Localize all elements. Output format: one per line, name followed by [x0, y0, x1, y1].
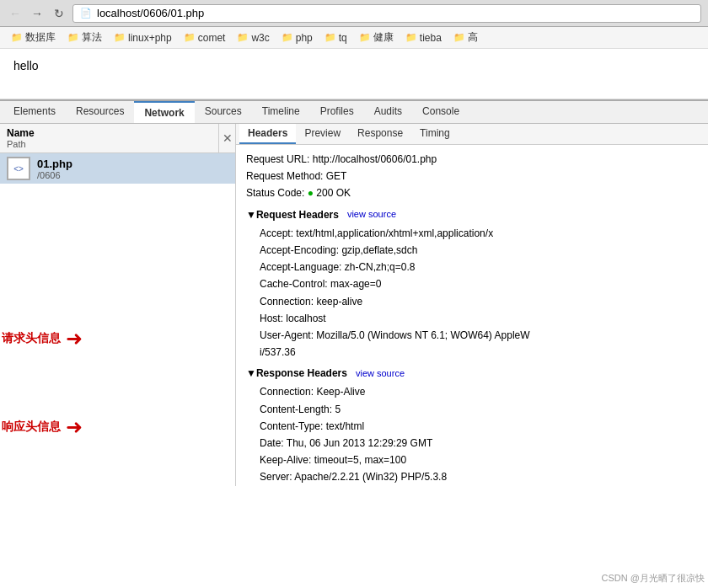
tab-resources[interactable]: Resources — [66, 101, 134, 123]
request-method-label: Request Method: — [246, 170, 323, 182]
right-tab-preview[interactable]: Preview — [296, 124, 349, 144]
bookmarks-bar: 📁 数据库 📁 算法 📁 linux+php 📁 comet 📁 w3c 📁 p… — [0, 27, 708, 49]
request-headers-lines: Accept: text/html,application/xhtml+xml,… — [246, 226, 698, 361]
request-header-cache-control: Cache-Control: max-age=0 — [260, 276, 698, 292]
folder-icon: 📁 — [11, 32, 23, 43]
request-header-ua-cont: i/537.36 — [260, 345, 698, 361]
response-header-server: Server: Apache/2.2.21 (Win32) PHP/5.3.8 — [260, 469, 698, 485]
forward-button[interactable]: → — [29, 5, 46, 22]
right-tab-bar: Headers Preview Response Timing — [236, 124, 708, 145]
folder-icon: 📁 — [405, 32, 417, 43]
right-tab-timing[interactable]: Timing — [411, 124, 459, 144]
bookmark-item[interactable]: 📁 tq — [320, 31, 351, 45]
response-headers-lines: Connection: Keep-Alive Content-Length: 5… — [246, 384, 698, 486]
request-annotation: 请求头信息 ➜ — [2, 329, 83, 349]
network-file-list: <> 01.php /0606 — [0, 153, 235, 320]
tab-profiles[interactable]: Profiles — [310, 101, 364, 123]
bookmark-item[interactable]: 📁 高 — [449, 29, 482, 45]
tab-sources[interactable]: Sources — [195, 101, 252, 123]
bookmark-item[interactable]: 📁 tieba — [401, 31, 446, 45]
browser-toolbar: ← → ↻ 📄 localhost/0606/01.php — [0, 0, 708, 27]
address-text: localhost/0606/01.php — [97, 7, 204, 19]
response-headers-section-title[interactable]: ▼Response Headers view source — [246, 366, 698, 382]
request-view-source-link[interactable]: view source — [347, 207, 396, 222]
bookmark-label: 高 — [468, 30, 478, 45]
response-arrow-icon: ➜ — [66, 417, 83, 437]
request-header-user-agent: User-Agent: Mozilla/5.0 (Windows NT 6.1;… — [260, 328, 698, 344]
request-headers-section-title[interactable]: ▼Request Headers view source — [246, 207, 698, 223]
folder-icon: 📁 — [359, 32, 371, 43]
bookmark-label: linux+php — [128, 32, 172, 44]
folder-icon: 📁 — [114, 32, 126, 43]
request-method-line: Request Method: GET — [246, 168, 698, 184]
right-tab-response[interactable]: Response — [349, 124, 411, 144]
page-text: hello — [13, 59, 39, 72]
file-name: 01.php — [37, 158, 72, 170]
bookmark-label: tieba — [420, 32, 442, 44]
response-view-source-link[interactable]: view source — [356, 366, 405, 382]
folder-icon: 📁 — [184, 32, 196, 43]
tab-network[interactable]: Network — [134, 101, 194, 123]
bookmark-item[interactable]: 📁 数据库 — [7, 29, 60, 45]
folder-icon: 📁 — [282, 32, 293, 43]
response-header-keep-alive: Keep-Alive: timeout=5, max=100 — [260, 452, 698, 468]
network-right-panel: Headers Preview Response Timing Request … — [236, 124, 708, 486]
folder-icon: 📁 — [453, 32, 465, 43]
response-header-connection: Connection: Keep-Alive — [260, 384, 698, 400]
request-header-connection: Connection: keep-alive — [260, 294, 698, 310]
right-tab-headers[interactable]: Headers — [239, 124, 296, 144]
request-url-label: Request URL: — [246, 153, 309, 165]
col-name-header: Name — [7, 127, 212, 139]
request-url-value: http://localhost/0606/01.php — [313, 153, 437, 165]
request-headers-title-text: ▼Request Headers — [246, 207, 339, 223]
bookmark-item[interactable]: 📁 w3c — [233, 31, 273, 45]
headers-content: Request URL: http://localhost/0606/01.ph… — [236, 145, 708, 486]
devtools-panel: Elements Resources Network Sources Timel… — [0, 99, 708, 486]
bookmark-item[interactable]: 📁 算法 — [63, 29, 106, 45]
bookmark-item[interactable]: 📁 健康 — [355, 29, 398, 45]
folder-icon: 📁 — [237, 32, 249, 43]
status-dot-icon: ● — [308, 187, 314, 199]
tab-elements[interactable]: Elements — [3, 101, 66, 123]
reload-button[interactable]: ↻ — [51, 5, 67, 22]
response-headers-title-text: ▼Response Headers — [246, 366, 347, 382]
status-code-line: Status Code: ● 200 OK — [246, 185, 698, 201]
request-arrow-icon: ➜ — [66, 329, 83, 349]
devtools-body: Name Path ✕ <> 01.php /0606 请求头信息 — [0, 124, 708, 486]
col-path-header: Path — [7, 139, 212, 149]
response-header-content-length: Content-Length: 5 — [260, 402, 698, 418]
close-filter-button[interactable]: ✕ — [218, 124, 235, 152]
bookmark-label: tq — [339, 32, 347, 44]
request-header-host: Host: localhost — [260, 311, 698, 327]
address-bar[interactable]: 📄 localhost/0606/01.php — [72, 4, 701, 23]
response-annotation-label: 响应头信息 — [2, 420, 61, 435]
response-header-date: Date: Thu, 06 Jun 2013 12:29:29 GMT — [260, 436, 698, 452]
file-info: 01.php /0606 — [37, 158, 72, 180]
tab-timeline[interactable]: Timeline — [252, 101, 310, 123]
request-header-accept-language: Accept-Language: zh-CN,zh;q=0.8 — [260, 259, 698, 275]
folder-icon: 📁 — [67, 32, 79, 43]
bookmark-label: 健康 — [373, 30, 394, 45]
request-header-accept-encoding: Accept-Encoding: gzip,deflate,sdch — [260, 243, 698, 259]
network-left-panel: Name Path ✕ <> 01.php /0606 请求头信息 — [0, 124, 236, 486]
page-content: hello — [0, 49, 708, 99]
bookmark-label: php — [296, 32, 313, 44]
page-icon: 📄 — [80, 8, 92, 19]
back-button[interactable]: ← — [7, 5, 24, 22]
bookmark-item[interactable]: 📁 php — [277, 31, 317, 45]
request-method-value: GET — [326, 170, 347, 182]
devtools-tab-bar: Elements Resources Network Sources Timel… — [0, 101, 708, 124]
file-type-icon: <> — [7, 157, 30, 180]
tab-audits[interactable]: Audits — [364, 101, 412, 123]
bookmark-label: 数据库 — [25, 30, 56, 45]
response-annotation: 响应头信息 ➜ — [2, 417, 83, 437]
bookmark-item[interactable]: 📁 linux+php — [110, 31, 176, 45]
folder-icon: 📁 — [324, 32, 336, 43]
tab-console[interactable]: Console — [412, 101, 469, 123]
bookmark-item[interactable]: 📁 comet — [180, 31, 230, 45]
request-url-line: Request URL: http://localhost/0606/01.ph… — [246, 152, 698, 168]
name-path-column: Name Path — [0, 124, 218, 152]
file-item[interactable]: <> 01.php /0606 — [0, 153, 235, 184]
file-path: /0606 — [37, 170, 72, 180]
annotation-region: 请求头信息 ➜ 响应头信息 ➜ — [0, 320, 235, 487]
